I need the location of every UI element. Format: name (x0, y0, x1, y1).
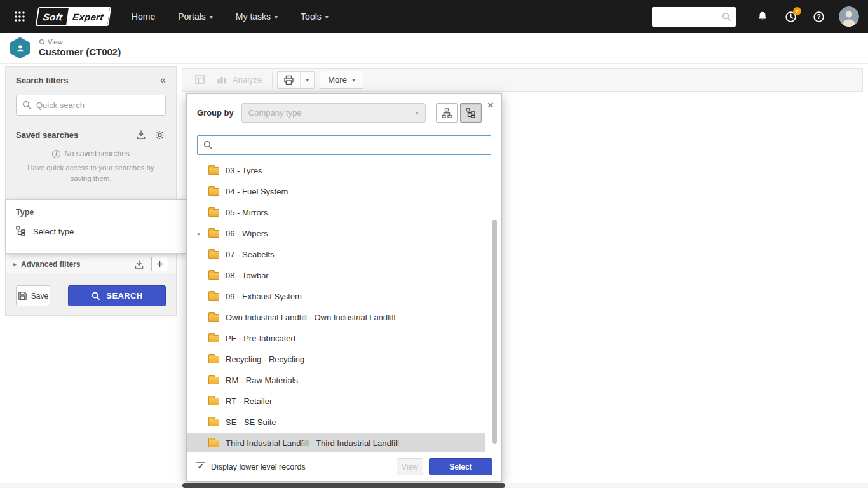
svg-text:?: ? (817, 13, 820, 20)
quick-search-input[interactable] (16, 95, 166, 116)
tree-item[interactable]: ▸ Third Industrial Landfill - Third Indu… (187, 433, 485, 452)
tree-item-label: 08 - Towbar (226, 271, 269, 280)
print-options-caret[interactable]: ▾ (300, 72, 314, 87)
folder-icon (208, 314, 219, 322)
horizontal-scrollbar-thumb[interactable] (182, 483, 505, 488)
tree-item[interactable]: ▸ 07 - Seabelts (187, 244, 485, 265)
folder-icon (208, 335, 219, 342)
tree-item[interactable]: ▸ 03 - Tyres (187, 160, 485, 181)
bar-chart-icon (217, 74, 227, 85)
nav-tools[interactable]: Tools ▾ (301, 11, 329, 22)
nav-home-label: Home (132, 11, 155, 22)
expand-arrow-icon[interactable]: ▸ (13, 261, 17, 268)
folder-icon (208, 230, 219, 238)
select-type-label: Select type (33, 227, 74, 236)
tree-item-label: 03 - Tyres (226, 166, 262, 175)
tree-item[interactable]: ▸ PF - Pre-fabricated (187, 328, 485, 349)
no-saved-searches-text: No saved searches (64, 149, 130, 158)
tree-item-label: RT - Retailer (226, 396, 272, 406)
tree-item[interactable]: ▸ 09 - Exhaust System (187, 286, 485, 307)
search-filters-header: Search filters « (6, 67, 176, 91)
tree-item-label: PF - Pre-fabricated (226, 334, 295, 343)
customer-module-icon (10, 37, 30, 59)
more-button[interactable]: More ▾ (320, 71, 363, 89)
org-tree-view-button[interactable] (436, 103, 458, 123)
card-view-button[interactable] (189, 71, 211, 88)
group-by-select[interactable]: Company type ▾ (241, 103, 426, 123)
app-grid-icon[interactable] (9, 6, 31, 27)
pending-tasks-clock-icon[interactable]: 2 (779, 5, 802, 28)
search-icon (203, 140, 213, 150)
group-by-header: Group by Company type ▾ × (187, 94, 501, 123)
select-button[interactable]: Select (429, 458, 492, 475)
main-nav: Home Portals ▾ My tasks ▾ Tools ▾ (132, 11, 329, 22)
tree-item[interactable]: ▸ Recycling - Recycling (187, 349, 485, 370)
tree-item[interactable]: ▸ SE - SE Suite (187, 412, 485, 433)
folder-icon (208, 419, 219, 426)
results-toolbar: Analyze ▾ More ▾ (182, 68, 863, 92)
view-button[interactable]: View (397, 458, 423, 475)
tree-item[interactable]: ▸ RM - Raw Materials (187, 370, 485, 391)
card-view-icon (194, 74, 205, 85)
tree-item-label: Recycling - Recycling (226, 355, 304, 364)
tree-item[interactable]: ▸ 04 - Fuel System (187, 181, 485, 202)
chevron-down-icon: ▾ (275, 13, 278, 20)
tree-item[interactable]: ▸ 08 - Towbar (187, 265, 485, 286)
tree-item[interactable]: ▸ 05 - Mirrors (187, 202, 485, 223)
advanced-filters-label[interactable]: Advanced filters (21, 260, 80, 269)
analyze-label: Analyze (233, 75, 262, 85)
search-icon (91, 291, 100, 301)
save-search-button[interactable]: Save (16, 285, 50, 306)
softexpert-logo[interactable]: Soft Expert (36, 7, 111, 26)
floppy-disk-icon (18, 291, 27, 301)
list-tree-view-button[interactable] (460, 103, 482, 123)
page-title: Customer (CT002) (39, 47, 121, 58)
folder-icon (208, 293, 219, 301)
hierarchy-tree-icon (16, 226, 26, 236)
top-bar: Soft Expert Home Portals ▾ My tasks ▾ To… (0, 0, 868, 33)
group-tree-list: ▸ 03 - Tyres ▸ 04 - Fuel System ▸ 05 - M… (187, 160, 501, 452)
advanced-filters-row: ▸ Advanced filters (6, 255, 176, 273)
display-lower-checkbox[interactable]: ✓ (196, 462, 205, 471)
printer-icon[interactable] (278, 72, 300, 88)
notifications-bell-icon[interactable] (751, 5, 774, 28)
toolbar-divider (272, 73, 273, 87)
search-filters-panel: Search filters « Saved searches i No sav… (5, 66, 177, 316)
nav-portals[interactable]: Portals ▾ (178, 11, 213, 22)
group-by-selected-value: Company type (248, 108, 302, 118)
select-type-row[interactable]: Select type (16, 226, 175, 236)
help-icon[interactable]: ? (807, 5, 830, 28)
folder-icon (208, 440, 219, 447)
type-filter-panel: Type Select type (5, 199, 186, 254)
check-icon: ✓ (198, 463, 203, 471)
saved-searches-hint: Have quick access to your searches by sa… (25, 163, 157, 184)
import-filter-icon[interactable] (133, 258, 146, 271)
collapse-panel-icon[interactable]: « (160, 75, 166, 85)
logo-text-first: Soft (37, 8, 69, 25)
folder-icon (208, 398, 219, 405)
no-saved-searches-row: i No saved searches (6, 149, 176, 158)
tree-view-toggle-group (436, 103, 482, 123)
import-search-icon[interactable] (135, 128, 147, 141)
expand-arrow-icon[interactable]: ▸ (198, 230, 208, 237)
page-header-texts: View Customer (CT002) (39, 38, 121, 58)
folder-icon (208, 209, 219, 217)
search-icon (22, 100, 32, 110)
search-button[interactable]: SEARCH (68, 285, 166, 306)
user-avatar[interactable] (839, 6, 859, 27)
nav-home[interactable]: Home (132, 11, 155, 22)
vertical-scrollbar-thumb[interactable] (492, 220, 497, 444)
close-icon[interactable]: × (487, 100, 494, 111)
display-lower-label: Display lower level records (211, 463, 306, 471)
horizontal-scrollbar-track[interactable] (0, 483, 868, 488)
analyze-button[interactable]: Analyze (211, 71, 268, 88)
add-filter-button[interactable] (151, 257, 168, 271)
tree-item[interactable]: ▸ RT - Retailer (187, 391, 485, 412)
nav-tools-label: Tools (301, 11, 322, 22)
tree-search-input[interactable] (197, 135, 491, 155)
tree-item[interactable]: ▸ 06 - Wipers (187, 223, 485, 244)
tree-item[interactable]: ▸ Own Industrial Landfill - Own Industri… (187, 307, 485, 328)
print-split-button: ▾ (277, 71, 315, 89)
gear-icon[interactable] (153, 128, 166, 141)
nav-my-tasks[interactable]: My tasks ▾ (236, 11, 278, 22)
